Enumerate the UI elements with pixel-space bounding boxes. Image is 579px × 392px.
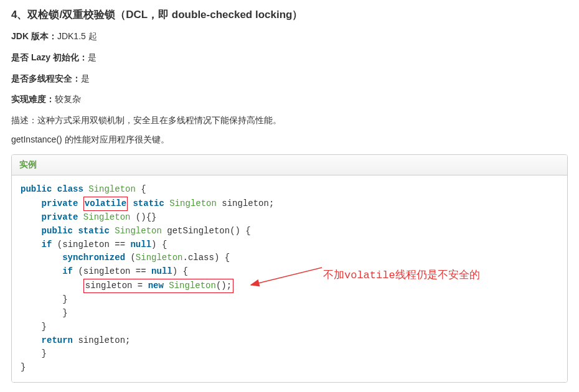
meta-difficulty: 实现难度：较复杂	[11, 92, 568, 107]
cls-singleton: Singleton	[83, 212, 131, 222]
desc-text: 这种方式采用双锁机制，安全且在多线程情况下能保持高性能。	[37, 115, 281, 125]
kw-public: public	[21, 184, 52, 194]
kw-synchronized: synchronized	[62, 253, 125, 263]
cls-singleton: Singleton	[169, 198, 217, 208]
fn-getsingleton: getSingleton	[167, 226, 230, 236]
meta-difficulty-label: 实现难度：	[11, 94, 55, 104]
kw-if: if	[62, 266, 73, 276]
meta-jdk-value: JDK1.5 起	[57, 31, 97, 41]
kw-public: public	[42, 226, 73, 236]
kw-if: if	[42, 240, 52, 250]
dot-class: .class	[182, 253, 214, 263]
meta-jdk: JDK 版本：JDK1.5 起	[11, 29, 568, 44]
description: 描述：这种方式采用双锁机制，安全且在多线程情况下能保持高性能。	[11, 113, 568, 128]
kw-null: null	[151, 266, 172, 276]
meta-thread-value: 是	[81, 73, 90, 83]
example-header: 实例	[12, 155, 567, 175]
kw-static: static	[78, 226, 109, 236]
note: getInstance() 的性能对应用程序很关键。	[11, 134, 568, 146]
kw-return: return	[42, 335, 73, 345]
example-box: 实例 public class Singleton { private vola…	[11, 154, 568, 383]
id-singleton: singleton	[83, 266, 131, 276]
instantiation-highlight-box: singleton = new Singleton();	[83, 279, 233, 294]
desc-label: 描述：	[11, 115, 37, 125]
annotation-before: 不加	[323, 269, 344, 281]
meta-thread-label: 是否多线程安全：	[11, 73, 81, 83]
kw-private: private	[42, 212, 78, 222]
cls-singleton: Singleton	[169, 281, 216, 291]
kw-static: static	[133, 198, 164, 208]
meta-lazy-label: 是否 Lazy 初始化：	[11, 52, 88, 62]
id-singleton: singleton	[222, 198, 269, 208]
section-heading: 4、双检锁/双重校验锁（DCL，即 double-checked locking…	[11, 7, 568, 22]
code-area: public class Singleton { private volatil…	[12, 175, 567, 382]
kw-class: class	[57, 184, 83, 194]
id-singleton: singleton	[78, 335, 125, 345]
id-singleton: singleton	[62, 240, 110, 250]
annotation-code-word: volatile	[344, 269, 395, 281]
id-singleton: singleton	[85, 281, 133, 291]
meta-jdk-label: JDK 版本：	[11, 31, 57, 41]
kw-volatile: volatile	[85, 198, 126, 208]
kw-null: null	[130, 240, 151, 250]
volatile-highlight-box: volatile	[83, 197, 128, 212]
kw-new: new	[148, 281, 164, 291]
meta-lazy-value: 是	[88, 52, 96, 62]
annotation-after: 线程仍是不安全的	[395, 269, 480, 281]
cls-singleton: Singleton	[115, 226, 162, 236]
cls-singleton: Singleton	[136, 253, 183, 263]
cls-singleton: Singleton	[88, 184, 136, 194]
annotation-text: 不加volatile线程仍是不安全的	[323, 268, 480, 282]
kw-private: private	[42, 198, 78, 208]
meta-lazy: 是否 Lazy 初始化：是	[11, 50, 568, 65]
meta-difficulty-value: 较复杂	[55, 94, 81, 104]
meta-thread: 是否多线程安全：是	[11, 72, 568, 86]
